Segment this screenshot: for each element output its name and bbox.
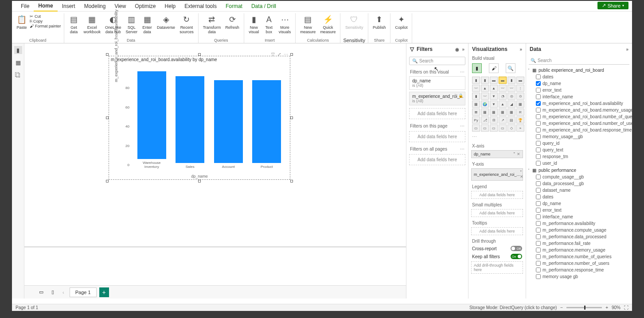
field-checkbox[interactable] [536, 188, 541, 193]
field-checkbox[interactable] [536, 175, 541, 179]
viz-type-16[interactable]: ◎ [507, 93, 515, 100]
field-node[interactable]: m_performance.compute_usage [526, 227, 632, 233]
transform-data-button[interactable]: ⇄Transform data [201, 13, 223, 35]
viz-type-12[interactable]: ▮ [472, 93, 480, 100]
bar-0[interactable]: Warehouse Inventory [136, 71, 168, 169]
bar-2[interactable]: Account [212, 80, 245, 169]
paste-button[interactable]: 📋Paste [15, 13, 29, 31]
viz-type-26[interactable]: ▦ [490, 109, 498, 116]
field-checkbox[interactable] [536, 101, 541, 106]
table-node[interactable]: ˅▦public performance [526, 167, 632, 174]
analytics-mode-icon[interactable]: 🔍 [506, 63, 515, 73]
field-node[interactable]: m_performance.memory_usage [526, 247, 632, 253]
menu-external[interactable]: External tools [180, 1, 221, 11]
field-node[interactable]: m_performance.fail_rate [526, 240, 632, 247]
eye-icon[interactable]: ◉ [455, 47, 459, 52]
field-node[interactable]: m_performance.number_of_users [526, 260, 632, 267]
add-page-button[interactable]: + [99, 287, 109, 297]
viz-type-36[interactable]: ▭ [472, 124, 480, 132]
field-checkbox[interactable] [536, 134, 541, 139]
get-data-button[interactable]: ▤Get data [67, 13, 81, 35]
focus-icon[interactable]: ⤢ [277, 52, 281, 57]
field-node[interactable]: m_experience_and_roi_board.response_time [526, 127, 632, 133]
collapse-icon[interactable]: » [462, 47, 464, 52]
field-checkbox[interactable] [536, 268, 541, 272]
bar-chart-visual[interactable]: ▽ ⤢ ⋯ m_experience_and_roi_board.availab… [109, 56, 290, 180]
remove-x-icon[interactable]: ✕ [517, 152, 520, 156]
share-button[interactable]: Share [597, 2, 628, 9]
chevron-down-icon[interactable]: ˅ [454, 93, 457, 98]
filter-visual-icon[interactable]: ▽ [271, 52, 275, 57]
field-node[interactable]: m_experience_and_roi_board.numbe_of_quer… [526, 113, 632, 120]
field-checkbox[interactable] [536, 274, 541, 279]
field-node[interactable]: m_performance.availability [526, 220, 632, 227]
copilot-button[interactable]: ✦Copilot [393, 13, 409, 31]
viz-type-19[interactable]: 🌍 [481, 101, 489, 108]
model-view-icon[interactable]: ⿻ [14, 71, 22, 79]
viz-type-8[interactable]: ▲ [490, 85, 498, 92]
yaxis-field[interactable]: m_experience_and_roi_...˅ ✕ [471, 168, 523, 181]
menu-help[interactable]: Help [160, 1, 180, 11]
build-mode-icon[interactable]: ▮ [472, 63, 482, 73]
collapse-data-icon[interactable]: » [626, 47, 628, 52]
viz-type-7[interactable]: ▲ [481, 85, 489, 92]
new-visual-button[interactable]: ▮New visual [247, 13, 261, 35]
menu-insert[interactable]: Insert [58, 1, 80, 11]
viz-type-13[interactable]: 〰 [481, 93, 489, 100]
excel-button[interactable]: ▦Excel workbook [82, 13, 103, 35]
viz-type-5[interactable]: ▬ [516, 77, 524, 84]
viz-type-40[interactable]: ◇ [507, 124, 515, 132]
viz-type-20[interactable]: ▼ [490, 101, 498, 108]
field-node[interactable]: m_experience_and_roi_board.number_of_use… [526, 120, 632, 127]
data-view-icon[interactable]: ▦ [14, 58, 22, 66]
menu-format[interactable]: Format [221, 1, 247, 11]
dataverse-button[interactable]: ◈Dataverse [155, 13, 177, 31]
field-checkbox[interactable] [536, 161, 541, 166]
sql-button[interactable]: ▥SQL Server [124, 13, 140, 35]
viz-type-21[interactable]: ▲ [499, 101, 507, 108]
field-node[interactable]: m_experience_and_roi_board.availability [526, 100, 632, 107]
field-node[interactable]: m_performance.data_processed [526, 233, 632, 240]
enter-data-button[interactable]: ▦Enter data [140, 13, 154, 35]
drillthrough-well[interactable]: Add drill-through fields here [471, 261, 523, 274]
field-checkbox[interactable] [536, 74, 541, 79]
viz-type-28[interactable]: ▦ [507, 109, 515, 116]
remove-y-icon[interactable]: ✕ [520, 175, 523, 179]
data-search[interactable]: 🔍Search [529, 57, 629, 65]
bar-1[interactable]: Sales [174, 76, 207, 169]
filter-dp-name[interactable]: dp_nameis (All) [409, 76, 465, 90]
field-node[interactable]: compute_usage__gb [526, 174, 632, 180]
viz-type-0[interactable]: ▮ [472, 77, 480, 84]
page-tab-1[interactable]: Page 1 [70, 287, 97, 297]
viz-type-24[interactable]: 〓 [472, 109, 480, 116]
field-checkbox[interactable] [536, 88, 541, 93]
menu-view[interactable]: View [110, 1, 130, 11]
viz-type-39[interactable]: ▭ [499, 124, 507, 132]
report-view-icon[interactable]: ▮ [14, 46, 22, 54]
menu-file[interactable]: File [16, 1, 34, 11]
viz-type-10[interactable]: 〰 [507, 85, 515, 92]
field-node[interactable]: interface_name [526, 213, 632, 220]
menu-drill[interactable]: Data / Drill [247, 1, 281, 11]
legend-well[interactable]: Add data fields here [471, 191, 523, 199]
filter-availability[interactable]: m_experience_and_roi_...is (All)˅🔒 [409, 92, 465, 105]
viz-type-18[interactable]: ▦ [472, 101, 480, 108]
format-painter-button[interactable]: 🖌Format painter [30, 24, 61, 28]
field-node[interactable]: user_id [526, 160, 632, 167]
viz-type-1[interactable]: ▮ [481, 77, 489, 84]
field-checkbox[interactable] [536, 108, 541, 112]
bar-3[interactable]: Product [251, 80, 283, 169]
field-checkbox[interactable] [536, 181, 541, 186]
xaxis-field[interactable]: dp_name˅ ✕ [471, 150, 523, 158]
viz-type-37[interactable]: ▭ [481, 124, 489, 132]
zoom-slider[interactable] [566, 307, 602, 308]
menu-optimize[interactable]: Optimize [130, 1, 160, 11]
field-node[interactable]: memory usage gb [526, 273, 632, 280]
menu-modeling[interactable]: Modeling [80, 1, 110, 11]
field-checkbox[interactable] [536, 141, 541, 146]
viz-type-41[interactable]: » [516, 124, 524, 132]
field-checkbox[interactable] [536, 121, 541, 126]
recent-sources-button[interactable]: ↻Recent sources [178, 13, 195, 35]
lock-icon[interactable]: 🔒 [458, 93, 463, 98]
viz-type-38[interactable]: ▭ [490, 124, 498, 132]
